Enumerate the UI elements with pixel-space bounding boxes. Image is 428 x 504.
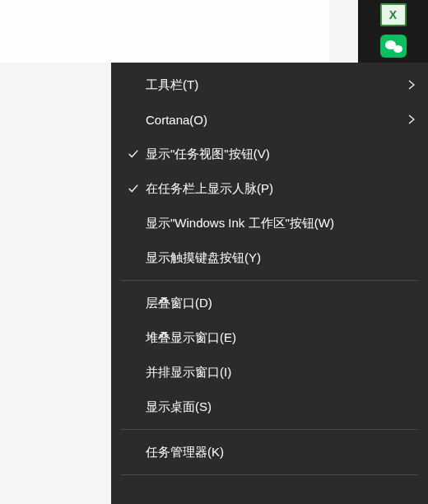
excel-icon <box>380 3 407 26</box>
menu-item-label: 工具栏(T) <box>146 77 407 93</box>
menu-item[interactable]: 显示"Windows Ink 工作区"按钮(W) <box>111 206 428 240</box>
menu-item[interactable]: 显示触摸键盘按钮(Y) <box>111 240 428 275</box>
menu-item[interactable]: 任务管理器(K) <box>111 435 428 469</box>
menu-item[interactable]: 堆叠显示窗口(E) <box>111 320 428 355</box>
menu-item[interactable]: 工具栏(T) <box>111 68 428 102</box>
menu-item-label: 堆叠显示窗口(E) <box>146 330 416 346</box>
menu-item[interactable]: 并排显示窗口(I) <box>111 355 428 390</box>
check-column <box>121 148 146 160</box>
menu-item-label: 显示"Windows Ink 工作区"按钮(W) <box>146 216 416 231</box>
chevron-right-icon <box>407 80 416 90</box>
menu-separator <box>121 429 418 430</box>
desktop-background <box>0 0 329 63</box>
menu-item-label: 并排显示窗口(I) <box>146 365 416 380</box>
checkmark-icon <box>128 148 139 160</box>
chevron-right-icon <box>407 114 416 124</box>
menu-item-label: 在任务栏上显示人脉(P) <box>146 181 416 197</box>
menu-item-label: 显示触摸键盘按钮(Y) <box>146 250 416 266</box>
menu-item-label: 显示"任务视图"按钮(V) <box>146 147 416 162</box>
checkmark-icon <box>128 183 139 194</box>
menu-item[interactable]: 显示"任务视图"按钮(V) <box>111 137 428 171</box>
menu-item-label: Cortana(O) <box>146 113 407 127</box>
menu-item-label: 层叠窗口(D) <box>146 296 416 311</box>
excel-shortcut[interactable] <box>376 2 411 28</box>
menu-item-label: 显示桌面(S) <box>146 399 416 415</box>
check-column <box>121 183 146 194</box>
taskbar-context-menu: 工具栏(T)Cortana(O)显示"任务视图"按钮(V)在任务栏上显示人脉(P… <box>111 63 428 504</box>
menu-separator <box>121 280 418 281</box>
wechat-icon <box>380 35 407 58</box>
menu-item-label: 任务管理器(K) <box>146 445 416 460</box>
wechat-shortcut[interactable] <box>376 33 411 59</box>
menu-item[interactable]: 显示桌面(S) <box>111 390 428 424</box>
menu-item[interactable]: 在任务栏上显示人脉(P) <box>111 171 428 206</box>
menu-item[interactable]: Cortana(O) <box>111 102 428 137</box>
menu-item[interactable]: 层叠窗口(D) <box>111 286 428 320</box>
menu-separator <box>121 474 418 475</box>
desktop-right-panel <box>358 0 428 63</box>
